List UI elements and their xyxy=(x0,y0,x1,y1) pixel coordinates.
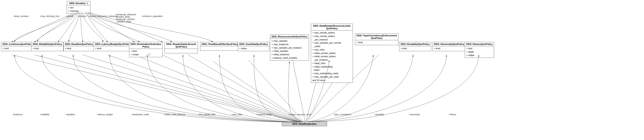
deadline-kind: + kind xyxy=(65,47,93,50)
rr-attr15: and 10 more... xyxy=(312,79,351,82)
history-attrs: + kind + depth + refilter xyxy=(465,46,494,58)
label-userdata: +user_data xyxy=(231,113,242,116)
rr-attr13: + max_outstanding_reads xyxy=(312,72,351,75)
label-liveliness: +liveliness xyxy=(12,113,22,116)
liveliness-title: DDS::LivelinessQosPolicy xyxy=(1,42,34,46)
readerresource-box: DDS::DataReaderResourceLimitsQosPolicy +… xyxy=(311,24,353,83)
rr-attr8: + initial_remote_writers xyxy=(312,55,351,58)
deadline-box: DDS::DeadlineQosPolicy + kind xyxy=(64,42,94,51)
durability-title: DDS::DurabilityQosPolicy xyxy=(399,42,431,46)
durability-kind: + kind xyxy=(401,47,430,50)
ownership-box: DDS::OwnershipQosPolicy + kind xyxy=(432,42,466,51)
reliability-kind: + kind xyxy=(33,47,62,50)
destination-kind: + kind xyxy=(130,50,161,53)
rr-attr2: + max_remote_writers xyxy=(312,34,351,38)
center-node: DDS::DataReaderQos xyxy=(282,122,327,126)
label-autopurge-samples: samples_delay xyxy=(116,16,130,18)
label-max-blocking: +max_blocking_time xyxy=(40,15,60,18)
rr-attr3: _per_instance xyxy=(312,38,351,42)
rl-attr3: + max_samples_per_instance xyxy=(272,46,308,50)
deadline-attrs: + kind xyxy=(64,46,94,51)
history-title: DDS::HistoryQosPolicy xyxy=(465,42,494,46)
readerresource-title: DDS::DataReaderResourceLimitsQosPolicy xyxy=(311,24,353,30)
label-history: +history xyxy=(449,113,456,116)
userdata-title: DDS::UserDataQosPolicy xyxy=(238,42,269,46)
svg-line-5 xyxy=(134,55,306,124)
label-autopurge-nowriter: +autopurge_nowriter xyxy=(115,18,135,20)
rl-attr5: + initial_instances xyxy=(272,53,308,56)
duration-title: DDS::Duration_t xyxy=(67,1,90,6)
rl-attr6: + instance_hash_buckets xyxy=(272,56,308,60)
svg-line-3 xyxy=(83,55,306,124)
history-depth: + depth xyxy=(466,50,492,54)
diagram-container: DDS::Duration_t + sec + nanosec DDS::Liv… xyxy=(0,0,644,140)
timebased-attrs xyxy=(200,46,240,50)
rl-attr2: + max_instances xyxy=(272,43,308,46)
rr-attr11: + initial_outstanding xyxy=(312,65,351,68)
destination-box: DDS::DestinationOrderQosPolicy + kind + … xyxy=(129,42,163,57)
label-period: +period xyxy=(66,15,73,18)
label-lifecycle: +reader_data_lifecycle xyxy=(164,113,185,116)
liveliness-box: DDS::LivelinessQosPolicy + kind xyxy=(1,42,34,51)
userdata-attrs: + value xyxy=(238,46,269,51)
tc-kind: + kind xyxy=(356,41,397,44)
latency-attrs: + kind xyxy=(94,46,132,51)
rr-attr4: + max_samples_per_remote xyxy=(312,41,351,45)
typeconsistency-attrs: + kind xyxy=(355,40,398,45)
label-deadline: +deadline xyxy=(66,113,75,116)
latency-title: DDS::LatencyBudgetQosPolicy xyxy=(94,42,132,46)
label-tc: +type_consistency xyxy=(334,113,351,116)
rr-attr12: reads xyxy=(312,68,351,72)
label-lease-duration: +lease_duration xyxy=(13,15,28,18)
label-tbf: +time_based_filter xyxy=(198,113,216,116)
label-rl: +resource_limits xyxy=(256,113,272,116)
resourcelimits-title: DDS::ResourceLimitsQosPolicy xyxy=(270,34,309,39)
lifecycle-title: DDS::ReaderDataLifecycleQosPolicy xyxy=(165,42,198,49)
label-samples-delay: _samples_delay xyxy=(116,20,131,23)
userdata-box: DDS::UserDataQosPolicy + value xyxy=(238,42,270,51)
duration-attr-1: + sec xyxy=(68,6,89,10)
readerresource-attrs: + max_remote_writers + max_remote_writer… xyxy=(311,30,353,82)
reliability-attrs: + kind xyxy=(32,46,63,51)
liveliness-kind: + kind xyxy=(2,47,32,50)
label-source-ts: +source_timestamp_tolerance xyxy=(88,15,117,18)
label-ownership: +ownership xyxy=(409,113,420,116)
label-autopurge-disposed: +autopurge_disposed xyxy=(115,13,136,16)
typeconsistency-title: DDS::TypeConsistencyEnforcementQosPolicy xyxy=(355,34,398,40)
destination-attrs: + kind + scope xyxy=(129,49,162,57)
history-refilter: + refilter xyxy=(466,54,492,57)
duration-attr-2: + nanosec xyxy=(68,10,89,13)
rl-attr4: + initial_samples xyxy=(272,50,308,53)
ownership-kind: + kind xyxy=(434,47,464,50)
rl-attr1: + max_samples xyxy=(272,39,308,43)
label-dest-order: +destination_order xyxy=(131,113,149,116)
latency-kind: + kind xyxy=(95,47,130,50)
durability-box: DDS::DurabilityQosPolicy + kind xyxy=(399,42,431,51)
timebased-title: DDS::TimeBasedFilterQosPolicy xyxy=(200,42,240,46)
durability-attrs: + kind xyxy=(399,46,431,51)
liveliness-attrs: + kind xyxy=(1,46,34,51)
destination-scope: + scope xyxy=(130,53,161,56)
history-box: DDS::HistoryQosPolicy + kind + depth + r… xyxy=(465,42,494,58)
rr-attr10: + initial_infos xyxy=(312,62,351,65)
reliability-title: DDS::ReliabilityQosPolicy xyxy=(32,42,63,46)
center-node-label: DDS::DataReaderQos xyxy=(292,122,316,125)
rr-attr9: _per_instance xyxy=(312,58,351,62)
label-duration: +duration xyxy=(78,15,86,18)
label-latency: +latency_budget xyxy=(97,113,113,116)
destination-title: DDS::DestinationOrderQosPolicy xyxy=(129,42,162,49)
latency-box: DDS::LatencyBudgetQosPolicy + kind xyxy=(94,42,132,51)
duration-box: DDS::Duration_t + sec + nanosec xyxy=(67,1,90,14)
reliability-box: DDS::ReliabilityQosPolicy + kind xyxy=(31,42,64,51)
label-rrl: +reader_resource_limits xyxy=(288,113,312,116)
resourcelimits-box: DDS::ResourceLimitsQosPolicy + max_sampl… xyxy=(270,34,309,61)
label-reliability: +reliability xyxy=(40,113,50,116)
label-min-sep: +minimum_separation xyxy=(142,15,163,18)
rr-attr14: + max_samples_per_read xyxy=(312,75,351,79)
rr-attr5: _writer xyxy=(312,45,351,48)
deadline-title: DDS::DeadlineQosPolicy xyxy=(64,42,94,46)
resourcelimits-attrs: + max_samples + max_instances + max_samp… xyxy=(270,39,309,60)
label-durability: +durability xyxy=(374,113,384,116)
duration-attrs: + sec + nanosec xyxy=(67,6,90,14)
rr-attr1: + max_remote_writers xyxy=(312,31,351,34)
